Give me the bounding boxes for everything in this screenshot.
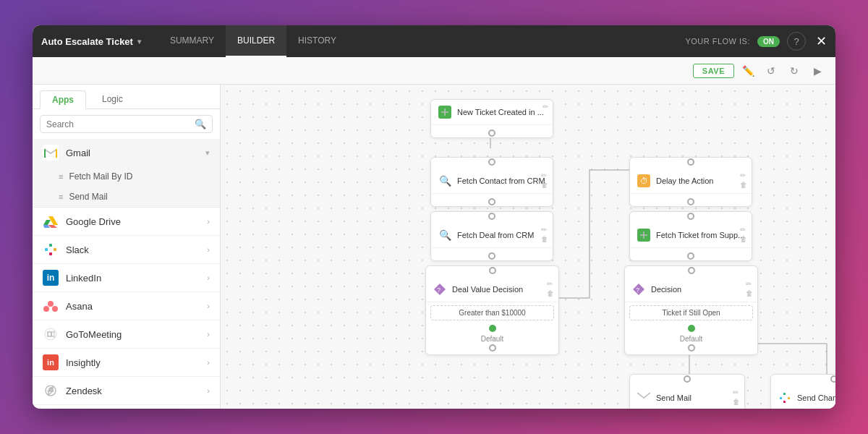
- sidebar-item-gotomeeting: GoToMeeting ›: [33, 320, 220, 349]
- search-input[interactable]: [46, 119, 190, 129]
- svg-rect-11: [49, 252, 52, 255]
- gmail-fetch-mail[interactable]: ≡ Fetch Mail By ID: [33, 166, 220, 187]
- svg-rect-33: [783, 393, 786, 395]
- svg-rect-9: [49, 244, 52, 247]
- decision-label: Decision: [651, 285, 752, 294]
- linkedin-label: LinkedIn: [66, 273, 200, 284]
- fetch-deal-label: Fetch Deal from CRM: [457, 231, 547, 239]
- svg-rect-8: [45, 248, 48, 251]
- node-deal-decision[interactable]: ? Deal Value Decision ✏ 🗑 Greater than $…: [425, 265, 559, 355]
- svg-rect-34: [788, 397, 790, 399]
- fetch-mail-icon: ≡: [59, 172, 63, 181]
- svg-text:?: ?: [437, 286, 441, 294]
- header-nav: SUMMARY BUILDER HISTORY: [158, 25, 685, 57]
- sidebar-tab-apps[interactable]: Apps: [40, 90, 86, 109]
- gdrive-icon: [43, 213, 59, 229]
- insightly-chevron-icon: ›: [207, 358, 210, 367]
- node-fetch-deal[interactable]: 🔍 Fetch Deal from CRM ✏ 🗑: [430, 211, 553, 261]
- deal-decision-connector-top: [489, 267, 496, 274]
- node-fetch-contact[interactable]: 🔍 Fetch Contact from CRM ✏ 🗑: [430, 157, 553, 207]
- zendesk-label: Zendesk: [66, 386, 200, 396]
- zendesk-header[interactable]: Zendesk ›: [33, 377, 220, 404]
- asana-label: Asana: [66, 301, 200, 312]
- slack-icon: [43, 242, 59, 258]
- deal-default-connector: [489, 344, 496, 352]
- canvas: New Ticket Created in ... ✏ 🔍 Fetch Cont…: [221, 85, 835, 409]
- svg-rect-32: [780, 397, 782, 399]
- title-text: Auto Escalate Ticket: [41, 36, 133, 47]
- insightly-label: Insightly: [66, 357, 200, 368]
- asana-header[interactable]: Asana ›: [33, 292, 220, 320]
- deal-branch-connector: [489, 325, 496, 332]
- send-channel-label: Send Channel Message: [797, 393, 835, 402]
- node-new-ticket[interactable]: New Ticket Created in ... ✏: [430, 99, 553, 138]
- gotomeeting-header[interactable]: GoToMeeting ›: [33, 320, 220, 348]
- toolbar: SAVE ✏️ ↺ ↻ ▶: [33, 57, 835, 85]
- sidebar-tab-logic[interactable]: Logic: [90, 90, 135, 109]
- new-ticket-label: New Ticket Created in ...: [457, 108, 547, 116]
- header: Auto Escalate Ticket ▾ SUMMARY BUILDER H…: [33, 25, 835, 57]
- deal-decision-label: Deal Value Decision: [452, 285, 553, 294]
- fetch-deal-connector-top: [488, 213, 495, 220]
- node-send-mail[interactable]: Send Mail ✏ 🗑: [629, 374, 745, 409]
- decision-default-connector: [688, 344, 695, 352]
- tab-summary[interactable]: SUMMARY: [158, 25, 226, 57]
- run-icon[interactable]: ▶: [808, 61, 827, 80]
- zendesk-chevron-icon: ›: [207, 386, 210, 395]
- gmail-send-mail[interactable]: ≡ Send Mail: [33, 187, 220, 207]
- sidebar-item-zendesk: Zendesk ›: [33, 377, 220, 405]
- save-button[interactable]: SAVE: [693, 64, 734, 78]
- linkedin-header[interactable]: in LinkedIn ›: [33, 264, 220, 292]
- help-button[interactable]: ?: [787, 32, 806, 51]
- gmail-chevron-icon: ▾: [205, 148, 210, 158]
- redo-icon[interactable]: ↻: [785, 61, 804, 80]
- deal-decision-branch[interactable]: Greater than $10000: [430, 305, 554, 320]
- gdrive-header[interactable]: Google Drive ›: [33, 208, 220, 235]
- app-window: Auto Escalate Ticket ▾ SUMMARY BUILDER H…: [33, 25, 835, 409]
- decision-icon: ?: [631, 281, 647, 297]
- new-ticket-icon: [437, 104, 453, 120]
- send-mail-label: Send Mail: [69, 192, 107, 202]
- close-button[interactable]: ✕: [816, 33, 827, 49]
- delay-connector-top: [687, 158, 694, 166]
- node-decision[interactable]: ? Decision ✏ 🗑 Ticket if Still Open Defa…: [624, 265, 758, 355]
- node-fetch-ticket[interactable]: Fetch Ticket from Supp... ✏ 🗑: [629, 211, 752, 261]
- gmail-header[interactable]: Gmail ▾: [33, 139, 220, 166]
- tab-history[interactable]: HISTORY: [286, 25, 348, 57]
- search-box[interactable]: 🔍: [40, 115, 213, 133]
- svg-text:?: ?: [636, 286, 639, 294]
- svg-text:⏱: ⏱: [640, 176, 648, 185]
- tab-builder[interactable]: BUILDER: [226, 25, 286, 57]
- gmail-icon: [43, 145, 59, 161]
- new-ticket-actions: ✏: [542, 103, 548, 111]
- svg-rect-10: [54, 248, 56, 251]
- node-send-channel[interactable]: Send Channel Message ✏ 🗑: [770, 374, 835, 409]
- send-channel-icon: [777, 390, 793, 406]
- send-mail-node-icon: [636, 390, 652, 406]
- decision-connector-top: [688, 267, 695, 274]
- gotomeeting-chevron-icon: ›: [207, 330, 210, 339]
- send-mail-icon: ≡: [59, 192, 63, 201]
- asana-chevron-icon: ›: [207, 302, 210, 310]
- svg-point-13: [43, 306, 49, 312]
- insightly-header[interactable]: in Insightly ›: [33, 349, 220, 376]
- undo-icon[interactable]: ↺: [762, 61, 780, 80]
- fetch-ticket-connector-bottom: [687, 252, 694, 260]
- flow-toggle[interactable]: ON: [757, 36, 780, 47]
- flow-is-label: YOUR FLOW IS:: [685, 37, 750, 46]
- window-title[interactable]: Auto Escalate Ticket ▾: [41, 36, 141, 47]
- fetch-contact-label: Fetch Contact from CRM: [457, 176, 547, 185]
- title-chevron-icon: ▾: [137, 38, 141, 46]
- edit-icon[interactable]: ✏️: [739, 61, 757, 80]
- node-delay[interactable]: ⏱ Delay the Action ✏ 🗑: [629, 157, 752, 207]
- delay-icon: ⏱: [636, 173, 652, 189]
- svg-rect-35: [783, 401, 786, 403]
- fetch-contact-connector-top: [488, 158, 495, 166]
- slack-header[interactable]: Slack ›: [33, 236, 220, 263]
- svg-point-12: [48, 301, 54, 307]
- fetch-contact-icon: 🔍: [437, 173, 453, 189]
- decision-branch[interactable]: Ticket if Still Open: [629, 305, 753, 320]
- linkedin-icon: in: [43, 270, 59, 286]
- gotomeeting-icon: [43, 326, 59, 342]
- svg-marker-4: [43, 220, 51, 225]
